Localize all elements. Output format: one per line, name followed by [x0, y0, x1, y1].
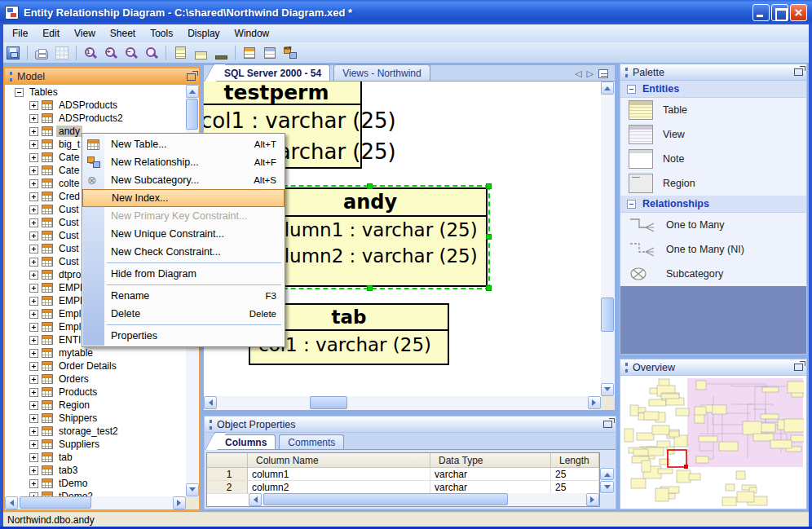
tab-list-icon[interactable] — [598, 69, 608, 78]
tree-item-tdemo[interactable]: tDemo — [5, 477, 186, 490]
grid-icon[interactable] — [53, 44, 71, 62]
float-panel-icon[interactable] — [794, 68, 803, 76]
menu-sheet[interactable]: Sheet — [103, 25, 143, 42]
menu-item-new-table[interactable]: New Table...Alt+T — [82, 135, 285, 153]
grid-cell[interactable]: 25 — [551, 468, 599, 480]
expand-icon[interactable] — [29, 349, 38, 358]
tree-item-order-details[interactable]: Order Details — [5, 359, 186, 373]
expand-icon[interactable] — [29, 258, 38, 267]
hscroll-thumb[interactable] — [20, 496, 91, 509]
expand-icon[interactable] — [29, 218, 38, 227]
canvas-hscrollbar[interactable] — [204, 396, 601, 410]
menu-tools[interactable]: Tools — [143, 25, 180, 42]
grid-cell[interactable]: varchar — [430, 481, 551, 493]
expand-icon[interactable] — [29, 271, 38, 280]
scroll-down-button[interactable] — [601, 383, 614, 396]
menu-item-new-index[interactable]: New Index... — [82, 189, 285, 207]
tree-item-adsproducts[interactable]: ADSProducts — [5, 99, 186, 112]
expand-icon[interactable] — [29, 127, 38, 136]
tab-columns[interactable]: Columns — [216, 434, 276, 449]
grid-header-data-type[interactable]: Data Type — [430, 453, 551, 467]
expand-icon[interactable] — [29, 362, 38, 371]
tree-item-region[interactable]: Region — [5, 399, 186, 412]
scroll-right-button[interactable] — [588, 396, 601, 409]
scroll-down-button[interactable] — [600, 481, 614, 493]
grid-hscrollbar[interactable] — [249, 493, 599, 506]
tree-item-tdemo2[interactable]: tDemo2 — [5, 490, 186, 496]
tree-item-mytable[interactable]: mytable — [5, 346, 186, 359]
scroll-up-button[interactable] — [601, 82, 614, 95]
grid-row[interactable]: 1column1varchar25 — [207, 468, 599, 481]
expand-icon[interactable] — [29, 153, 38, 162]
expand-icon[interactable] — [29, 140, 38, 149]
panel-grip[interactable] — [625, 363, 628, 373]
expand-icon[interactable] — [29, 323, 38, 332]
tab-scroll-left-icon[interactable]: ◁ — [575, 69, 581, 78]
expand-icon[interactable] — [29, 336, 38, 345]
expand-icon[interactable] — [29, 466, 38, 475]
palette-item-table[interactable]: Table — [620, 98, 806, 122]
expand-icon[interactable] — [29, 401, 38, 410]
panel-grip[interactable] — [625, 68, 628, 77]
expand-icon[interactable] — [29, 414, 38, 423]
menu-item-new-relationship[interactable]: New Relationship...Alt+F — [82, 153, 285, 171]
expand-icon[interactable] — [29, 440, 38, 449]
titlebar[interactable]: Entity Relationship Diagram - C:\shared\… — [0, 0, 812, 24]
expand-icon[interactable] — [29, 101, 38, 110]
tab-views-northwind[interactable]: Views - Northwind — [333, 64, 430, 81]
menu-item-delete[interactable]: DeleteDelete — [82, 305, 285, 323]
tree-item-adsproducts2[interactable]: ADSProducts2 — [5, 112, 186, 125]
menu-item-hide-from-diagram[interactable]: Hide from Diagram — [82, 265, 285, 283]
maximize-button[interactable] — [771, 4, 788, 21]
float-panel-icon[interactable] — [794, 364, 803, 371]
tree-item-suppliers[interactable]: Suppliers — [5, 438, 186, 451]
menu-item-rename[interactable]: RenameF3 — [82, 287, 285, 305]
object-properties-header[interactable]: Object Properties — [205, 417, 616, 433]
menu-window[interactable]: Window — [227, 25, 277, 42]
save-icon[interactable] — [4, 44, 22, 62]
tab-sql-server-2000-54[interactable]: SQL Server 2000 - 54 — [215, 64, 330, 81]
close-button[interactable] — [790, 4, 807, 21]
expand-icon[interactable] — [29, 245, 38, 253]
canvas-vscrollbar[interactable] — [601, 82, 615, 396]
scroll-left-button[interactable] — [5, 496, 18, 509]
selection-handle[interactable] — [486, 285, 492, 291]
hscroll-thumb[interactable] — [263, 493, 508, 505]
palette-item-one-to-many-ni[interactable]: One to Many (NI) — [620, 237, 806, 262]
expand-icon[interactable] — [29, 179, 38, 188]
palette-item-one-to-many[interactable]: One to Many — [620, 213, 806, 237]
show-tables-icon[interactable] — [241, 44, 258, 62]
expand-icon[interactable] — [29, 310, 38, 319]
scroll-right-button[interactable] — [586, 493, 599, 506]
tree-item-orders[interactable]: Orders — [5, 373, 186, 386]
selection-handle[interactable] — [367, 183, 373, 189]
scroll-up-button[interactable] — [600, 468, 614, 480]
scroll-up-button[interactable] — [186, 85, 199, 98]
menu-item-new-check-constraint[interactable]: New Check Constraint... — [82, 243, 285, 261]
palette-header[interactable]: Palette — [620, 64, 806, 81]
scroll-right-button[interactable] — [173, 496, 186, 509]
float-panel-icon[interactable] — [187, 73, 196, 81]
collapse-icon[interactable] — [627, 200, 636, 209]
grid-row[interactable]: 2column2varchar25 — [207, 481, 599, 494]
grid-header-rownum[interactable] — [207, 453, 248, 467]
grid-vscrollbar[interactable] — [600, 468, 614, 494]
menu-display[interactable]: Display — [180, 25, 227, 42]
selection-handle[interactable] — [367, 285, 373, 291]
collapse-icon[interactable] — [627, 85, 636, 94]
tab-comments[interactable]: Comments — [279, 434, 344, 449]
expand-icon[interactable] — [29, 231, 38, 240]
grid-cell[interactable]: column2 — [248, 481, 430, 493]
panel-grip[interactable] — [10, 72, 12, 82]
collapse-icon[interactable] — [15, 88, 24, 97]
expand-icon[interactable] — [29, 388, 38, 397]
tree-item-tab3[interactable]: tab3 — [5, 464, 186, 477]
panel-grip[interactable] — [210, 420, 212, 430]
tree-item-shippers[interactable]: Shippers — [5, 412, 186, 425]
tree-item-storage-test2[interactable]: storage_test2 — [5, 425, 186, 438]
print-icon[interactable] — [33, 44, 51, 62]
zoom-actual-icon[interactable]: 1 — [82, 44, 99, 62]
menu-view[interactable]: View — [67, 25, 103, 42]
hscroll-thumb[interactable] — [310, 396, 347, 409]
expand-icon[interactable] — [29, 479, 38, 488]
